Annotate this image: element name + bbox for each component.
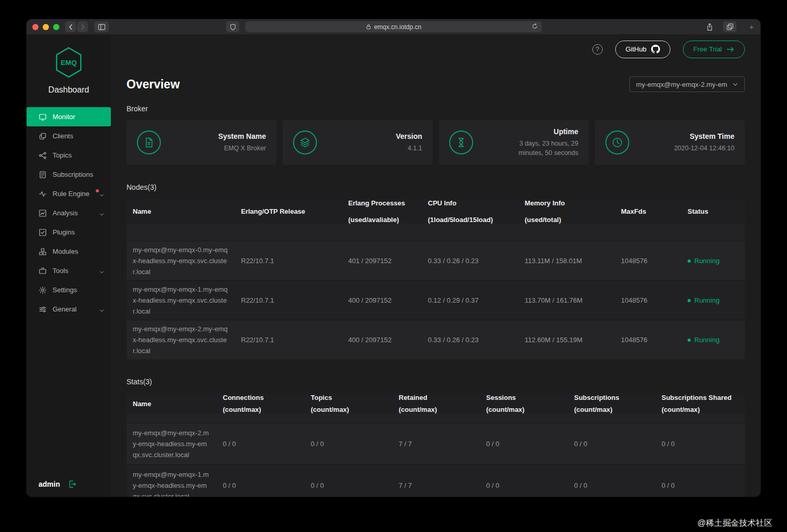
stats-table-header: Name Connections(count/max) Topics(count… (126, 394, 745, 423)
main-area: ? GitHub Free Trial Overview (111, 35, 760, 497)
page-title: Overview (126, 77, 180, 92)
broker-cards: System Name EMQ X Broker Version 4.1.1 (126, 120, 745, 165)
logout-icon[interactable] (68, 480, 77, 488)
tabs-icon (726, 23, 734, 31)
status-dot-icon (688, 339, 691, 342)
sidebar: EMQ Dashboard Monitor Clients (27, 35, 111, 497)
sidebar-item-topics[interactable]: Topics (27, 146, 111, 165)
nodes-table: Name Erlang/OTP Release Erlang Processes… (126, 199, 745, 359)
stats-table-body: my-emqx@my-emqx-2.my-emqx-headless.my-em… (126, 423, 745, 497)
column-header: Subscriptions Shared(count/max) (655, 394, 745, 413)
table-row: my-emqx@my-emqx-0.my-emqx-headless.my-em… (126, 241, 745, 280)
node-name: my-emqx@my-emqx-2.my-emqx-headless.my-em… (126, 320, 235, 359)
chevron-down-icon (99, 211, 104, 218)
status-badge: Running (688, 336, 719, 344)
nodes-table-header: Name Erlang/OTP Release Erlang Processes… (126, 199, 745, 241)
card-uptime: Uptime 3 days, 23 hours, 29 minutes, 50 … (439, 120, 589, 165)
tab-overview-button[interactable] (723, 21, 737, 32)
address-bar[interactable]: emqx.cn.iotdp.cn (245, 21, 542, 32)
stats-section-label: Stats(3) (126, 378, 745, 386)
card-text: System Name EMQ X Broker (218, 132, 266, 153)
sidebar-toggle-icon (98, 23, 106, 31)
sidebar-item-rule-engine[interactable]: Rule Engine (27, 184, 111, 203)
clock-icon (605, 131, 629, 154)
column-header: Memory Info(used/total) (518, 199, 615, 224)
column-header: Name (126, 394, 217, 413)
stat-retained: 7 / 7 (392, 423, 480, 464)
sidebar-item-label: Settings (53, 286, 77, 294)
gear-icon (39, 286, 47, 294)
emq-logo-text: EMQ (61, 59, 77, 67)
node-processes: 401 / 2097152 (342, 241, 422, 280)
card-text: System Time 2020-12-04 12:46:10 (674, 132, 734, 153)
free-trial-button[interactable]: Free Trial (683, 41, 745, 58)
privacy-shield-button[interactable] (226, 21, 239, 32)
new-tab-button[interactable]: + (747, 21, 756, 32)
card-text: Version 4.1.1 (396, 132, 422, 153)
stat-sessions: 0 / 0 (480, 423, 568, 464)
column-header: Name (126, 199, 235, 224)
sidebar-item-general[interactable]: General (27, 300, 111, 319)
question-icon: ? (595, 45, 599, 53)
minimize-button[interactable] (43, 24, 49, 30)
emq-logo: EMQ (27, 35, 111, 81)
sidebar-menu: Monitor Clients Topics Subscriptions (27, 107, 111, 319)
node-processes: 400 / 2097152 (342, 320, 422, 359)
table-row: my-emqx@my-emqx-1.my-emqx-headless.my-em… (126, 280, 745, 320)
sidebar-item-label: Analysis (53, 209, 78, 217)
share-icon (706, 23, 714, 31)
analysis-icon (39, 209, 47, 217)
node-otp: R22/10.7.1 (235, 320, 342, 359)
node-selector-dropdown[interactable]: my-emqx@my-emqx-2.my-em (629, 76, 745, 92)
nodes-table-body: my-emqx@my-emqx-0.my-emqx-headless.my-em… (126, 241, 745, 359)
node-selector-value: my-emqx@my-emqx-2.my-em (636, 81, 727, 88)
node-maxfds: 1048576 (615, 241, 681, 280)
table-row: my-emqx@my-emqx-2.my-emqx-headless.my-em… (126, 320, 745, 359)
page-content: Overview my-emqx@my-emqx-2.my-em Broker (111, 63, 760, 497)
reload-button[interactable] (531, 23, 538, 31)
node-cpu: 0.12 / 0.29 / 0.37 (422, 281, 518, 320)
shield-icon (230, 23, 236, 31)
column-header: Sessions(count/max) (480, 394, 568, 413)
sidebar-item-subscriptions[interactable]: Subscriptions (27, 165, 111, 184)
watermark: @稀土掘金技术社区 (697, 518, 772, 529)
free-trial-label: Free Trial (693, 45, 722, 53)
sidebar-item-plugins[interactable]: Plugins (27, 223, 111, 242)
share-button[interactable] (703, 21, 716, 32)
table-row: my-emqx@my-emqx-2.my-emqx-headless.my-em… (126, 423, 745, 464)
help-button[interactable]: ? (592, 44, 603, 55)
back-button[interactable] (65, 21, 76, 32)
close-button[interactable] (32, 24, 39, 30)
github-label: GitHub (626, 45, 646, 53)
column-header: Status (681, 199, 745, 224)
sidebar-item-label: Rule Engine (53, 190, 90, 198)
node-name: my-emqx@my-emqx-0.my-emqx-headless.my-em… (126, 241, 235, 280)
sidebar-item-settings[interactable]: Settings (27, 280, 111, 300)
subscriptions-icon (39, 171, 47, 179)
sidebar-item-tools[interactable]: Tools (27, 261, 111, 280)
app-header: ? GitHub Free Trial (111, 35, 760, 63)
github-button[interactable]: GitHub (615, 41, 670, 58)
node-name: my-emqx@my-emqx-2.my-emqx-headless.my-em… (126, 423, 217, 464)
browser-toolbar: emqx.cn.iotdp.cn + (27, 19, 760, 35)
card-title: Version (396, 132, 422, 140)
dashboard-title: Dashboard (27, 85, 111, 95)
card-system-name: System Name EMQ X Broker (126, 120, 276, 165)
github-icon (651, 45, 660, 54)
tools-icon (39, 267, 47, 275)
zoom-button[interactable] (53, 24, 59, 30)
sidebar-item-monitor[interactable]: Monitor (27, 107, 111, 126)
card-text: Uptime 3 days, 23 hours, 29 minutes, 50 … (506, 127, 578, 158)
sidebar-item-analysis[interactable]: Analysis (27, 203, 111, 223)
lock-icon (366, 24, 371, 30)
back-icon (67, 23, 74, 31)
stat-subscriptions: 0 / 0 (568, 423, 655, 464)
sidebar-toggle-button[interactable] (94, 21, 109, 32)
username: admin (39, 480, 60, 488)
column-header: CPU Info(1load/5load/15load) (422, 199, 518, 224)
window-controls (32, 24, 59, 30)
sidebar-item-modules[interactable]: Modules (27, 242, 111, 261)
sidebar-item-clients[interactable]: Clients (27, 126, 111, 146)
status-dot-icon (688, 299, 691, 302)
forward-button[interactable] (77, 21, 88, 32)
